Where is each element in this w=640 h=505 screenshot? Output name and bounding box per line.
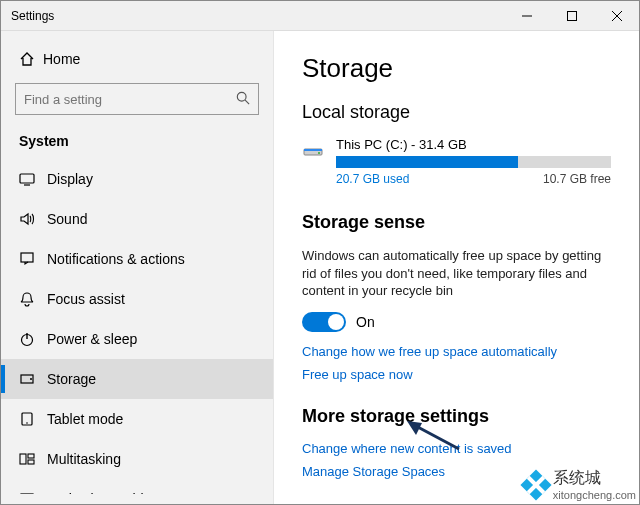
focus-assist-icon: [19, 291, 47, 307]
svg-rect-16: [28, 454, 34, 458]
group-label: System: [1, 127, 273, 159]
drive-body: This PC (C:) - 31.4 GB 20.7 GB used 10.7…: [336, 137, 611, 186]
sound-icon: [19, 211, 47, 227]
svg-point-4: [237, 92, 246, 101]
local-storage-heading: Local storage: [302, 102, 611, 123]
close-button[interactable]: [594, 1, 639, 31]
svg-point-21: [318, 152, 320, 154]
toggle-knob: [328, 314, 344, 330]
minimize-button[interactable]: [504, 1, 549, 31]
storage-sense-description: Windows can automatically free up space …: [302, 247, 611, 300]
storage-sense-toggle[interactable]: On: [302, 312, 611, 332]
drive-icon: [302, 137, 328, 164]
display-icon: [19, 171, 47, 187]
sidebar-item-projecting[interactable]: Projecting to this PC: [1, 479, 273, 494]
sidebar-item-label: Display: [47, 171, 93, 187]
home-icon: [19, 51, 43, 67]
settings-window: Settings Home System: [0, 0, 640, 505]
sidebar-item-sound[interactable]: Sound: [1, 199, 273, 239]
sidebar-item-focus-assist[interactable]: Focus assist: [1, 279, 273, 319]
toggle-state-label: On: [356, 314, 375, 330]
sidebar-item-label: Focus assist: [47, 291, 125, 307]
sidebar-item-label: Power & sleep: [47, 331, 137, 347]
svg-rect-8: [21, 253, 33, 262]
sidebar-item-display[interactable]: Display: [1, 159, 273, 199]
home-label: Home: [43, 51, 80, 67]
sidebar-item-tablet-mode[interactable]: Tablet mode: [1, 399, 273, 439]
tablet-icon: [19, 411, 47, 427]
page-title: Storage: [302, 53, 611, 84]
sidebar-item-label: Multitasking: [47, 451, 121, 467]
svg-line-5: [245, 100, 249, 104]
sidebar-item-notifications[interactable]: Notifications & actions: [1, 239, 273, 279]
sidebar-item-label: Storage: [47, 371, 96, 387]
notifications-icon: [19, 251, 47, 267]
link-manage-storage-spaces[interactable]: Manage Storage Spaces: [302, 464, 611, 479]
usage-labels: 20.7 GB used 10.7 GB free: [336, 172, 611, 186]
projecting-icon: [19, 491, 47, 494]
search-icon: [236, 91, 250, 108]
toggle-switch[interactable]: [302, 312, 346, 332]
sidebar-item-label: Tablet mode: [47, 411, 123, 427]
sidebar-item-storage[interactable]: Storage: [1, 359, 273, 399]
link-free-up-now[interactable]: Free up space now: [302, 367, 611, 382]
drive-name: This PC (C:) - 31.4 GB: [336, 137, 611, 152]
svg-rect-1: [567, 11, 576, 20]
search-input[interactable]: [24, 92, 236, 107]
svg-rect-15: [20, 454, 26, 464]
window-title: Settings: [1, 9, 504, 23]
sidebar-item-label: Sound: [47, 211, 87, 227]
used-label: 20.7 GB used: [336, 172, 409, 186]
home-button[interactable]: Home: [1, 41, 273, 77]
storage-sense-heading: Storage sense: [302, 212, 611, 233]
nav-list: Display Sound Notifications & actions Fo…: [1, 159, 273, 494]
sidebar-item-label: Notifications & actions: [47, 251, 185, 267]
maximize-button[interactable]: [549, 1, 594, 31]
sidebar-item-label: Projecting to this PC: [47, 491, 174, 494]
svg-line-22: [414, 425, 459, 449]
body: Home System Display Sound: [1, 31, 639, 504]
link-change-free-up[interactable]: Change how we free up space automaticall…: [302, 344, 611, 359]
usage-bar: [336, 156, 611, 168]
sidebar: Home System Display Sound: [1, 31, 274, 504]
power-icon: [19, 331, 47, 347]
drive-row[interactable]: This PC (C:) - 31.4 GB 20.7 GB used 10.7…: [302, 137, 611, 186]
sidebar-item-power-sleep[interactable]: Power & sleep: [1, 319, 273, 359]
free-label: 10.7 GB free: [543, 172, 611, 186]
svg-rect-17: [28, 460, 34, 464]
multitasking-icon: [19, 451, 47, 467]
main-content[interactable]: Storage Local storage This PC (C:) - 31.…: [274, 31, 639, 504]
sidebar-item-multitasking[interactable]: Multitasking: [1, 439, 273, 479]
svg-point-12: [30, 378, 32, 380]
usage-bar-fill: [336, 156, 518, 168]
storage-icon: [19, 371, 47, 387]
svg-rect-6: [20, 174, 34, 183]
svg-point-14: [26, 422, 28, 424]
svg-rect-20: [304, 149, 322, 151]
annotation-arrow-icon: [404, 419, 464, 455]
search-box[interactable]: [15, 83, 259, 115]
titlebar: Settings: [1, 1, 639, 31]
